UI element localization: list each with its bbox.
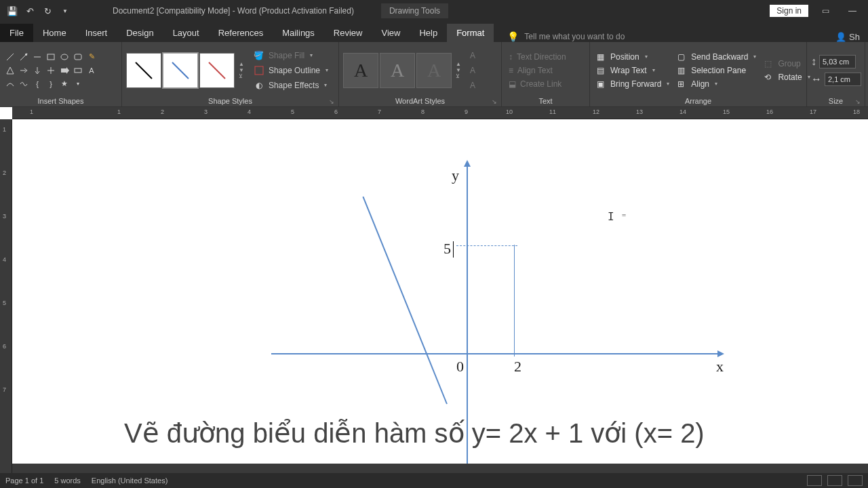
tab-references[interactable]: References <box>209 24 273 42</box>
svg-line-11 <box>172 62 189 79</box>
text-effects-icon[interactable]: A <box>467 79 479 92</box>
create-link-button: ⬓Create Link <box>506 79 569 89</box>
horizontal-dash-guide[interactable] <box>456 245 517 246</box>
gallery-down-icon[interactable]: ▼ <box>239 67 244 73</box>
group-shape-styles: ▲ ▼ ⊻ 🪣 Shape Fill▾ Shape Outline▾ ◐ Sha… <box>122 42 339 106</box>
text-direction-icon: ↕ <box>509 52 513 62</box>
launcher-icon[interactable]: ↘ <box>329 98 334 105</box>
svg-line-10 <box>136 62 152 79</box>
tab-mailings[interactable]: Mailings <box>273 24 324 42</box>
caption-text: Vẽ đường biểu diễn hàm số y= 2x + 1 với … <box>124 418 705 449</box>
page-indicator[interactable]: Page 1 of 1 <box>5 476 43 485</box>
horizontal-scrollbar[interactable] <box>12 464 868 473</box>
gallery-up-icon[interactable]: ▲ <box>239 61 244 67</box>
vertical-guide[interactable] <box>514 245 515 357</box>
svg-marker-8 <box>61 67 69 74</box>
share-button[interactable]: 👤 Sh <box>835 32 868 42</box>
text-direction-button: ↕Text Direction <box>506 52 569 62</box>
shape-style-gallery[interactable] <box>126 53 235 88</box>
group-insert-shapes: ✎ A { } ★ ▾ Insert Shapes <box>0 42 122 106</box>
group-arrange: ▦Position▾ ▤Wrap Text▾ ▣Bring Forward▾ ▢… <box>590 42 807 106</box>
group-size: ↕ ↔ Size↘ <box>807 42 865 106</box>
share-icon: 👤 <box>835 32 846 42</box>
send-backward-button[interactable]: ▢Send Backward▾ <box>675 52 759 62</box>
svg-line-0 <box>7 54 14 60</box>
wrap-icon: ▤ <box>597 66 606 75</box>
svg-rect-4 <box>47 54 54 60</box>
tab-file[interactable]: File <box>0 24 33 42</box>
align-text-button: ≡Align Text <box>506 65 569 76</box>
wrap-text-button[interactable]: ▤Wrap Text▾ <box>594 65 672 76</box>
position-button[interactable]: ▦Position▾ <box>594 52 672 62</box>
pane-icon: ▥ <box>677 66 687 75</box>
document-area[interactable]: y x 0 2 5 I ⁼ Vẽ đường biểu diễn hàm số … <box>12 119 868 473</box>
tab-review[interactable]: Review <box>324 24 372 42</box>
tab-layout[interactable]: Layout <box>163 24 209 42</box>
shape-outline-button[interactable]: Shape Outline▾ <box>251 64 331 77</box>
group-wordart-styles: A A A ▲▼⊻ A A A WordArt Styles↘ <box>339 42 502 106</box>
group-label-insert-shapes: Insert Shapes <box>4 96 117 106</box>
forward-icon: ▣ <box>597 79 606 89</box>
redo-icon[interactable]: ↻ <box>41 4 54 18</box>
status-bar: Page 1 of 1 5 words English (United Stat… <box>0 473 868 488</box>
web-layout-icon[interactable] <box>848 475 863 486</box>
group-button: ⬚Group <box>762 58 812 69</box>
undo-icon[interactable]: ↶ <box>23 4 37 18</box>
x-tick-2: 2 <box>514 358 521 375</box>
tab-home[interactable]: Home <box>33 24 76 42</box>
y-tick-5: 5 <box>443 240 451 258</box>
outline-icon <box>254 65 264 76</box>
rotate-button[interactable]: ⟲Rotate▾ <box>762 72 812 83</box>
height-input[interactable] <box>819 55 856 68</box>
lightbulb-icon: 💡 <box>507 31 519 42</box>
shape-effects-button[interactable]: ◐ Shape Effects▾ <box>251 79 331 92</box>
bring-forward-button[interactable]: ▣Bring Forward▾ <box>594 79 672 89</box>
shapes-gallery[interactable]: ✎ A { } ★ ▾ <box>4 51 98 90</box>
rotate-icon: ⟲ <box>764 73 774 82</box>
read-mode-icon[interactable] <box>807 475 822 486</box>
align-text-icon: ≡ <box>509 66 513 75</box>
svg-rect-13 <box>255 66 263 75</box>
svg-rect-6 <box>75 54 81 60</box>
text-fill-icon[interactable]: A <box>467 49 479 62</box>
mouse-cursor-icon: I ⁼ <box>608 210 627 223</box>
svg-rect-9 <box>75 68 81 73</box>
tab-view[interactable]: View <box>372 24 410 42</box>
save-icon[interactable]: 💾 <box>5 4 19 18</box>
sign-in-button[interactable]: Sign in <box>770 5 808 17</box>
x-axis[interactable] <box>271 353 719 354</box>
group-label-shape-styles: Shape Styles↘ <box>126 96 334 106</box>
group-label-text: Text <box>506 96 585 106</box>
tell-me-placeholder: Tell me what you want to do <box>524 32 625 41</box>
tab-insert[interactable]: Insert <box>76 24 117 42</box>
text-cursor <box>453 241 454 258</box>
word-count[interactable]: 5 words <box>54 476 81 485</box>
function-line[interactable] <box>362 197 447 405</box>
selection-pane-button[interactable]: ▥Selection Pane <box>675 65 759 76</box>
shape-fill-button[interactable]: 🪣 Shape Fill▾ <box>251 49 331 62</box>
position-icon: ▦ <box>597 52 606 62</box>
language-indicator[interactable]: English (United States) <box>92 476 168 485</box>
text-outline-icon[interactable]: A <box>467 64 479 77</box>
group-icon: ⬚ <box>764 59 774 68</box>
tab-format[interactable]: Format <box>447 24 494 42</box>
title-bar: 💾 ↶ ↻ ▼ Document2 [Compatibility Mode] -… <box>0 0 868 22</box>
qat-customize-icon[interactable]: ▼ <box>58 4 72 18</box>
horizontal-ruler[interactable]: 1 1 2 3 4 5 6 7 8 9 10 11 12 13 14 15 16… <box>12 107 868 119</box>
document-title: Document2 [Compatibility Mode] - Word (P… <box>113 6 354 16</box>
ribbon: ✎ A { } ★ ▾ Insert Shapes <box>0 42 868 107</box>
tab-design[interactable]: Design <box>117 24 163 42</box>
ribbon-options-icon[interactable]: ▭ <box>815 1 835 21</box>
minimize-icon[interactable]: — <box>842 1 863 21</box>
height-icon: ↕ <box>811 56 816 68</box>
wordart-gallery[interactable]: A A A <box>343 53 452 88</box>
gallery-more-icon[interactable]: ⊻ <box>239 73 244 79</box>
align-button[interactable]: ⊞Align▾ <box>675 79 759 89</box>
tab-help[interactable]: Help <box>410 24 447 42</box>
tell-me-search[interactable]: 💡 Tell me what you want to do <box>507 31 625 42</box>
vertical-ruler[interactable]: 1 2 3 4 5 6 7 <box>0 119 12 473</box>
width-input[interactable] <box>825 73 861 86</box>
width-icon: ↔ <box>811 73 822 85</box>
svg-point-5 <box>61 54 68 60</box>
print-layout-icon[interactable] <box>827 475 842 486</box>
